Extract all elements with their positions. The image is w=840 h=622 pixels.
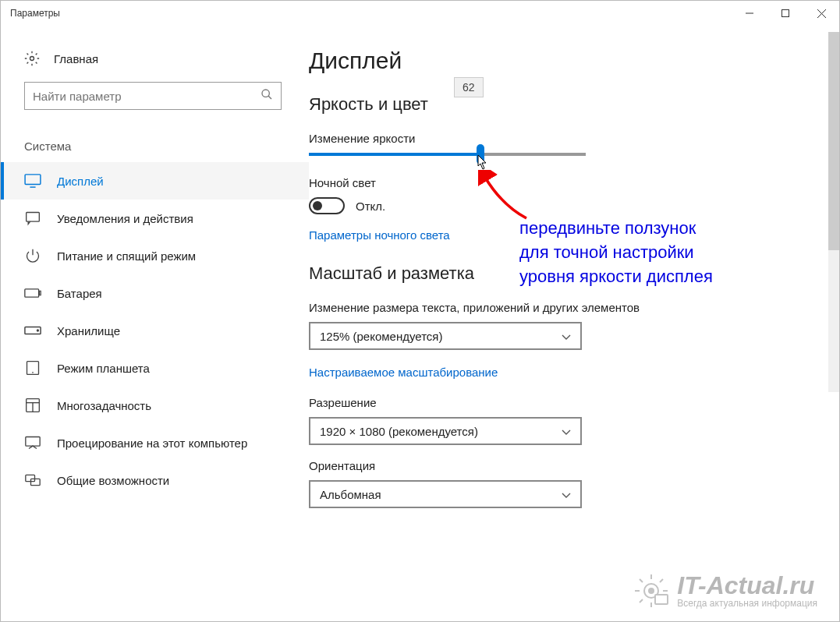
tablet-icon	[24, 360, 41, 376]
orientation-value: Альбомная	[320, 488, 381, 501]
chevron-down-icon	[562, 425, 571, 438]
annotation-text: передвиньте ползунок для точной настройк…	[519, 217, 713, 288]
nav-label: Проецирование на этот компьютер	[57, 436, 247, 450]
nav-item-display[interactable]: Дисплей	[1, 162, 309, 200]
nav-label: Питание и спящий режим	[57, 249, 196, 263]
multitask-icon	[24, 398, 41, 413]
shared-icon	[24, 472, 41, 488]
watermark-title: IT-Actual.ru	[677, 573, 817, 598]
titlebar: Параметры	[1, 1, 839, 26]
svg-point-13	[37, 330, 39, 331]
window-title: Параметры	[10, 8, 60, 19]
watermark-icon	[632, 571, 671, 610]
nav-list: Дисплей Уведомления и действия Питание и…	[1, 162, 309, 499]
close-button[interactable]	[803, 1, 839, 26]
nav-item-notifications[interactable]: Уведомления и действия	[1, 200, 309, 237]
resolution-combo[interactable]: 1920 × 1080 (рекомендуется)	[309, 417, 582, 445]
projecting-icon	[24, 435, 41, 451]
resolution-label: Разрешение	[309, 396, 824, 409]
svg-rect-9	[27, 213, 40, 222]
nightlight-toggle[interactable]	[309, 197, 345, 214]
nightlight-settings-link[interactable]: Параметры ночного света	[309, 228, 450, 242]
orientation-label: Ориентация	[309, 459, 824, 472]
scale-value: 125% (рекомендуется)	[320, 330, 442, 343]
nav-item-projecting[interactable]: Проецирование на этот компьютер	[1, 424, 309, 461]
orientation-combo[interactable]: Альбомная	[309, 480, 582, 508]
minimize-button[interactable]	[732, 1, 767, 26]
search-icon	[261, 88, 273, 104]
brightness-tooltip: 62	[454, 77, 484, 97]
nightlight-state: Откл.	[356, 200, 385, 213]
monitor-icon	[24, 173, 41, 189]
svg-point-4	[30, 57, 34, 61]
chevron-down-icon	[562, 330, 571, 343]
svg-rect-1	[782, 10, 789, 17]
watermark: IT-Actual.ru Всегда актуальная информаци…	[632, 571, 817, 610]
section-title: Система	[24, 140, 285, 153]
brightness-slider[interactable]	[309, 153, 586, 156]
nightlight-label: Ночной свет	[309, 176, 824, 189]
svg-rect-11	[39, 291, 41, 295]
notification-icon	[24, 210, 41, 226]
nav-label: Уведомления и действия	[57, 212, 193, 225]
svg-rect-10	[25, 289, 39, 297]
battery-icon	[24, 285, 41, 301]
nav-item-power[interactable]: Питание и спящий режим	[1, 237, 309, 274]
nav-label: Хранилище	[57, 324, 120, 338]
nav-item-multitask[interactable]: Многозадачность	[1, 387, 309, 424]
svg-rect-20	[26, 475, 35, 481]
svg-rect-24	[655, 595, 668, 604]
nav-item-shared[interactable]: Общие возможности	[1, 461, 309, 499]
svg-rect-21	[31, 479, 41, 485]
nav-label: Дисплей	[57, 175, 104, 188]
scale-combo[interactable]: 125% (рекомендуется)	[309, 322, 582, 350]
maximize-button[interactable]	[767, 1, 803, 26]
search-input-container[interactable]	[24, 82, 282, 110]
home-button[interactable]: Главная	[24, 51, 285, 66]
sidebar: Главная Система Дисплей Уведомления и де…	[1, 26, 309, 621]
nav-item-storage[interactable]: Хранилище	[1, 312, 309, 349]
svg-point-23	[649, 588, 654, 593]
home-label: Главная	[54, 52, 98, 65]
chevron-down-icon	[562, 488, 571, 501]
nav-label: Многозадачность	[57, 399, 151, 412]
svg-line-6	[268, 96, 271, 99]
storage-icon	[24, 323, 41, 338]
brightness-label: Изменение яркости	[309, 132, 824, 145]
power-icon	[24, 248, 41, 263]
watermark-subtitle: Всегда актуальная информация	[677, 598, 817, 609]
custom-scaling-link[interactable]: Настраиваемое масштабирование	[309, 366, 498, 379]
resolution-value: 1920 × 1080 (рекомендуется)	[320, 425, 478, 438]
scrollbar-thumb[interactable]	[828, 32, 839, 250]
search-input[interactable]	[33, 90, 261, 103]
group-brightness-title: Яркость и цвет	[309, 94, 824, 115]
svg-rect-7	[25, 175, 41, 185]
svg-point-5	[262, 90, 269, 97]
window-controls	[732, 1, 839, 26]
gear-icon	[24, 51, 40, 66]
scale-label: Изменение размера текста, приложений и д…	[309, 301, 824, 314]
nav-label: Батарея	[57, 287, 102, 300]
svg-rect-19	[26, 437, 40, 447]
nav-item-battery[interactable]: Батарея	[1, 274, 309, 312]
nav-item-tablet[interactable]: Режим планшета	[1, 349, 309, 387]
page-title: Дисплей	[309, 48, 824, 74]
nav-label: Режим планшета	[57, 362, 150, 375]
nav-label: Общие возможности	[57, 474, 169, 487]
main-content: Дисплей Яркость и цвет 62 Изменение ярко…	[309, 26, 839, 621]
